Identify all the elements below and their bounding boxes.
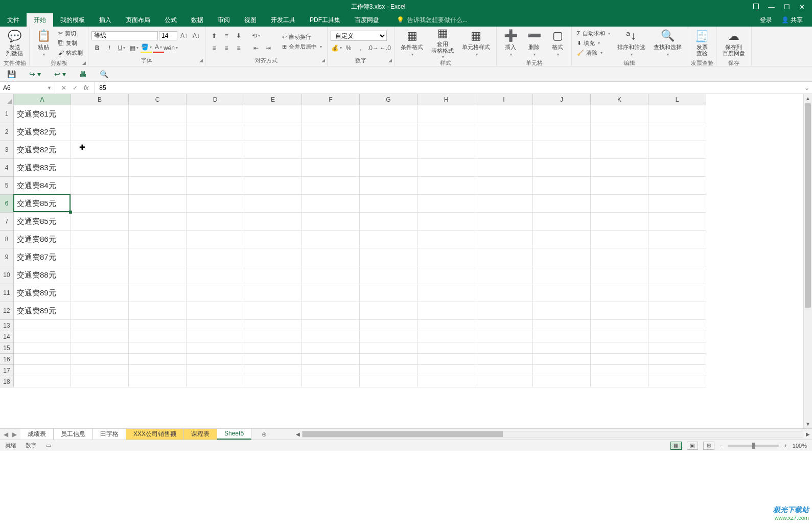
cell-E8[interactable]: [244, 231, 302, 248]
number-dialog-icon[interactable]: ◢: [388, 58, 392, 63]
decrease-decimal-button[interactable]: ←.0: [380, 43, 391, 53]
cell-C14[interactable]: [129, 331, 187, 342]
menu-data[interactable]: 数据: [184, 13, 211, 27]
cell-D14[interactable]: [187, 331, 244, 342]
align-top-button[interactable]: ⬆: [208, 31, 220, 41]
cell-G15[interactable]: [360, 342, 417, 354]
cell-B8[interactable]: [71, 231, 129, 248]
tell-me[interactable]: 💡告诉我您想要做什么...: [397, 16, 468, 25]
menu-dev[interactable]: 开发工具: [264, 13, 303, 27]
increase-decimal-button[interactable]: .0→: [367, 43, 379, 53]
cell-G17[interactable]: [360, 365, 417, 376]
increase-indent-button[interactable]: ⇥: [263, 43, 274, 53]
fill-color-button[interactable]: 🪣: [141, 43, 152, 53]
menu-baidu[interactable]: 百度网盘: [347, 13, 386, 27]
cell-A18[interactable]: [14, 376, 71, 387]
cell-E18[interactable]: [244, 376, 302, 387]
select-all-corner[interactable]: [0, 94, 14, 105]
cell-G12[interactable]: [360, 302, 417, 320]
clear-button[interactable]: 🧹清除: [575, 49, 612, 57]
cell-K9[interactable]: [591, 248, 648, 266]
cell-F7[interactable]: [302, 213, 360, 231]
cell-I18[interactable]: [475, 376, 533, 387]
table-format-button[interactable]: ▦套用 表格格式: [428, 28, 457, 58]
cell-A4[interactable]: 交通费83元: [14, 159, 71, 177]
name-box[interactable]: A6▼: [0, 82, 55, 94]
cell-F9[interactable]: [302, 248, 360, 266]
cell-B15[interactable]: [71, 342, 129, 354]
ribbon-display-icon[interactable]: [753, 3, 759, 11]
percent-button[interactable]: %: [343, 43, 354, 53]
status-record-icon[interactable]: ▭: [46, 442, 51, 449]
cell-H17[interactable]: [417, 365, 475, 376]
zoom-in-button[interactable]: +: [784, 443, 787, 449]
row-head-15[interactable]: 15: [0, 342, 14, 354]
cell-A10[interactable]: 交通费88元: [14, 266, 71, 284]
row-head-16[interactable]: 16: [0, 354, 14, 365]
cell-I10[interactable]: [475, 266, 533, 284]
cancel-formula-icon[interactable]: ✕: [61, 84, 66, 91]
cell-L3[interactable]: [648, 141, 706, 159]
cell-K16[interactable]: [591, 354, 648, 365]
cell-L13[interactable]: [648, 320, 706, 331]
cell-A1[interactable]: 交通费81元: [14, 105, 71, 123]
row-head-12[interactable]: 12: [0, 302, 14, 320]
cell-D10[interactable]: [187, 266, 244, 284]
cell-C3[interactable]: [129, 141, 187, 159]
cell-C8[interactable]: [129, 231, 187, 248]
cell-I9[interactable]: [475, 248, 533, 266]
accounting-format-button[interactable]: 💰: [331, 43, 342, 53]
cell-C9[interactable]: [129, 248, 187, 266]
cell-A9[interactable]: 交通费87元: [14, 248, 71, 266]
cell-K12[interactable]: [591, 302, 648, 320]
sheet-tab-4[interactable]: 课程表: [184, 429, 217, 440]
fx-icon[interactable]: fx: [84, 84, 88, 91]
cell-H18[interactable]: [417, 376, 475, 387]
cell-B14[interactable]: [71, 331, 129, 342]
col-head-B[interactable]: B: [71, 94, 129, 105]
maximize-icon[interactable]: ☐: [784, 3, 790, 11]
formula-input[interactable]: 85: [95, 84, 802, 91]
cell-C7[interactable]: [129, 213, 187, 231]
cell-L8[interactable]: [648, 231, 706, 248]
cell-D16[interactable]: [187, 354, 244, 365]
cell-C12[interactable]: [129, 302, 187, 320]
row-head-3[interactable]: 3: [0, 141, 14, 159]
cell-H7[interactable]: [417, 213, 475, 231]
cell-B13[interactable]: [71, 320, 129, 331]
cell-H3[interactable]: [417, 141, 475, 159]
cell-G10[interactable]: [360, 266, 417, 284]
cell-G7[interactable]: [360, 213, 417, 231]
cell-C13[interactable]: [129, 320, 187, 331]
login-link[interactable]: 登录: [760, 16, 772, 25]
sheet-tab-1[interactable]: 员工信息: [54, 429, 93, 440]
cell-E4[interactable]: [244, 159, 302, 177]
cell-J10[interactable]: [533, 266, 591, 284]
menu-view[interactable]: 视图: [237, 13, 264, 27]
cell-I15[interactable]: [475, 342, 533, 354]
menu-home[interactable]: 开始: [27, 13, 53, 27]
cell-J12[interactable]: [533, 302, 591, 320]
cell-L2[interactable]: [648, 123, 706, 141]
cell-L15[interactable]: [648, 342, 706, 354]
cell-G2[interactable]: [360, 123, 417, 141]
cell-G4[interactable]: [360, 159, 417, 177]
cell-C1[interactable]: [129, 105, 187, 123]
cell-B18[interactable]: [71, 376, 129, 387]
sheet-tab-5[interactable]: Sheet5: [217, 429, 251, 440]
cut-button[interactable]: ✂剪切: [56, 29, 85, 38]
cell-K10[interactable]: [591, 266, 648, 284]
cell-E6[interactable]: [244, 195, 302, 213]
cell-H14[interactable]: [417, 331, 475, 342]
vertical-scrollbar[interactable]: ▲ ▼: [803, 94, 812, 428]
cell-D4[interactable]: [187, 159, 244, 177]
cell-F3[interactable]: [302, 141, 360, 159]
cell-A8[interactable]: 交通费86元: [14, 231, 71, 248]
zoom-level[interactable]: 100%: [793, 443, 807, 449]
menu-formulas[interactable]: 公式: [157, 13, 184, 27]
cell-D9[interactable]: [187, 248, 244, 266]
cell-L14[interactable]: [648, 331, 706, 342]
cell-D8[interactable]: [187, 231, 244, 248]
cell-D18[interactable]: [187, 376, 244, 387]
col-head-D[interactable]: D: [187, 94, 244, 105]
